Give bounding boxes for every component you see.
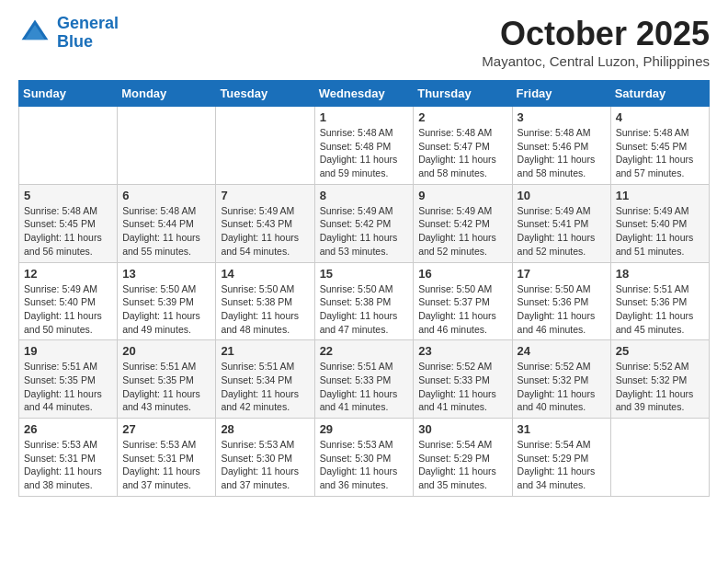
location: Mayantoc, Central Luzon, Philippines [482,53,710,69]
day-number: 15 [320,267,409,281]
day-number: 8 [320,189,409,202]
title-block: October 2025 Mayantoc, Central Luzon, Ph… [482,15,710,69]
table-row: 9Sunrise: 5:49 AMSunset: 5:42 PMDaylight… [414,184,512,262]
day-info: Sunrise: 5:49 AMSunset: 5:40 PMDaylight:… [616,204,704,259]
day-number: 12 [24,267,112,281]
day-info: Sunrise: 5:53 AMSunset: 5:30 PMDaylight:… [320,438,409,492]
table-row: 23Sunrise: 5:52 AMSunset: 5:33 PMDayligh… [414,340,512,419]
day-number: 2 [418,110,506,124]
day-number: 16 [418,267,506,281]
day-info: Sunrise: 5:49 AMSunset: 5:42 PMDaylight:… [320,204,409,259]
table-row: 1Sunrise: 5:48 AMSunset: 5:48 PMDaylight… [314,107,414,185]
day-info: Sunrise: 5:50 AMSunset: 5:39 PMDaylight:… [122,282,210,337]
col-thursday: Thursday [414,81,512,107]
day-number: 27 [122,422,210,436]
col-wednesday: Wednesday [314,81,414,107]
day-number: 3 [518,110,606,124]
day-info: Sunrise: 5:52 AMSunset: 5:32 PMDaylight:… [518,360,606,414]
day-number: 22 [320,344,409,358]
calendar-header-row: Sunday Monday Tuesday Wednesday Thursday… [19,81,710,107]
table-row: 20Sunrise: 5:51 AMSunset: 5:35 PMDayligh… [118,340,216,419]
day-info: Sunrise: 5:49 AMSunset: 5:41 PMDaylight:… [518,204,606,259]
table-row: 28Sunrise: 5:53 AMSunset: 5:30 PMDayligh… [216,419,314,497]
day-number: 5 [24,189,112,202]
day-number: 21 [221,344,309,358]
col-monday: Monday [118,81,216,107]
calendar: Sunday Monday Tuesday Wednesday Thursday… [18,80,710,497]
day-number: 9 [418,189,506,202]
table-row: 8Sunrise: 5:49 AMSunset: 5:42 PMDaylight… [314,184,414,262]
day-number: 1 [320,110,409,124]
day-info: Sunrise: 5:49 AMSunset: 5:42 PMDaylight:… [418,204,506,259]
day-number: 19 [24,344,112,358]
day-number: 14 [221,267,309,281]
day-info: Sunrise: 5:52 AMSunset: 5:32 PMDaylight:… [616,360,704,414]
day-info: Sunrise: 5:48 AMSunset: 5:47 PMDaylight:… [418,126,506,180]
table-row: 16Sunrise: 5:50 AMSunset: 5:37 PMDayligh… [414,262,512,340]
day-number: 13 [122,267,210,281]
day-info: Sunrise: 5:51 AMSunset: 5:35 PMDaylight:… [122,360,210,414]
table-row: 24Sunrise: 5:52 AMSunset: 5:32 PMDayligh… [512,340,610,419]
day-number: 18 [616,267,704,281]
day-info: Sunrise: 5:50 AMSunset: 5:37 PMDaylight:… [418,282,506,337]
table-row: 14Sunrise: 5:50 AMSunset: 5:38 PMDayligh… [216,262,314,340]
calendar-week-row: 5Sunrise: 5:48 AMSunset: 5:45 PMDaylight… [19,184,710,262]
day-info: Sunrise: 5:48 AMSunset: 5:44 PMDaylight:… [122,204,210,259]
table-row: 29Sunrise: 5:53 AMSunset: 5:30 PMDayligh… [314,419,414,497]
day-info: Sunrise: 5:51 AMSunset: 5:35 PMDaylight:… [24,360,112,414]
table-row: 11Sunrise: 5:49 AMSunset: 5:40 PMDayligh… [610,184,709,262]
table-row: 26Sunrise: 5:53 AMSunset: 5:31 PMDayligh… [19,419,118,497]
table-row: 30Sunrise: 5:54 AMSunset: 5:29 PMDayligh… [414,419,512,497]
month-title: October 2025 [482,15,710,53]
col-saturday: Saturday [610,81,709,107]
table-row: 17Sunrise: 5:50 AMSunset: 5:36 PMDayligh… [512,262,610,340]
table-row [216,107,314,185]
day-number: 20 [122,344,210,358]
day-info: Sunrise: 5:48 AMSunset: 5:48 PMDaylight:… [320,126,409,180]
table-row: 18Sunrise: 5:51 AMSunset: 5:36 PMDayligh… [610,262,709,340]
table-row: 25Sunrise: 5:52 AMSunset: 5:32 PMDayligh… [610,340,709,419]
col-friday: Friday [512,81,610,107]
day-info: Sunrise: 5:48 AMSunset: 5:45 PMDaylight:… [24,204,112,259]
col-sunday: Sunday [19,81,118,107]
table-row: 4Sunrise: 5:48 AMSunset: 5:45 PMDaylight… [610,107,709,185]
calendar-week-row: 1Sunrise: 5:48 AMSunset: 5:48 PMDaylight… [19,107,710,185]
table-row: 10Sunrise: 5:49 AMSunset: 5:41 PMDayligh… [512,184,610,262]
day-info: Sunrise: 5:49 AMSunset: 5:43 PMDaylight:… [221,204,309,259]
logo: GeneralBlue [18,15,119,52]
day-number: 10 [518,189,606,202]
day-info: Sunrise: 5:54 AMSunset: 5:29 PMDaylight:… [518,438,606,492]
day-info: Sunrise: 5:50 AMSunset: 5:36 PMDaylight:… [518,282,606,337]
day-info: Sunrise: 5:53 AMSunset: 5:31 PMDaylight:… [122,438,210,492]
table-row [610,419,709,497]
table-row: 31Sunrise: 5:54 AMSunset: 5:29 PMDayligh… [512,419,610,497]
calendar-week-row: 19Sunrise: 5:51 AMSunset: 5:35 PMDayligh… [19,340,710,419]
table-row [118,107,216,185]
day-info: Sunrise: 5:53 AMSunset: 5:31 PMDaylight:… [24,438,112,492]
table-row: 19Sunrise: 5:51 AMSunset: 5:35 PMDayligh… [19,340,118,419]
day-number: 4 [616,110,704,124]
day-info: Sunrise: 5:53 AMSunset: 5:30 PMDaylight:… [221,438,309,492]
day-info: Sunrise: 5:48 AMSunset: 5:45 PMDaylight:… [616,126,704,180]
day-info: Sunrise: 5:48 AMSunset: 5:46 PMDaylight:… [518,126,606,180]
table-row: 21Sunrise: 5:51 AMSunset: 5:34 PMDayligh… [216,340,314,419]
day-number: 26 [24,422,112,436]
day-number: 7 [221,189,309,202]
page-header: GeneralBlue October 2025 Mayantoc, Centr… [18,15,710,69]
day-number: 25 [616,344,704,358]
day-number: 23 [418,344,506,358]
table-row: 27Sunrise: 5:53 AMSunset: 5:31 PMDayligh… [118,419,216,497]
table-row: 22Sunrise: 5:51 AMSunset: 5:33 PMDayligh… [314,340,414,419]
day-number: 30 [418,422,506,436]
logo-text: GeneralBlue [57,15,119,52]
logo-icon [18,17,51,50]
table-row: 5Sunrise: 5:48 AMSunset: 5:45 PMDaylight… [19,184,118,262]
day-info: Sunrise: 5:51 AMSunset: 5:34 PMDaylight:… [221,360,309,414]
calendar-week-row: 12Sunrise: 5:49 AMSunset: 5:40 PMDayligh… [19,262,710,340]
day-number: 11 [616,189,704,202]
day-number: 17 [518,267,606,281]
table-row: 7Sunrise: 5:49 AMSunset: 5:43 PMDaylight… [216,184,314,262]
day-info: Sunrise: 5:51 AMSunset: 5:33 PMDaylight:… [320,360,409,414]
table-row: 2Sunrise: 5:48 AMSunset: 5:47 PMDaylight… [414,107,512,185]
table-row: 3Sunrise: 5:48 AMSunset: 5:46 PMDaylight… [512,107,610,185]
